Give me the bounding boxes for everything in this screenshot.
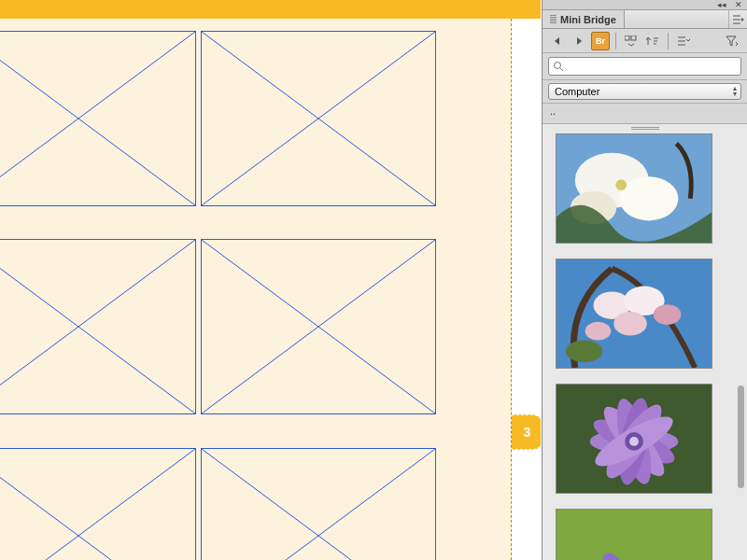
filter-button[interactable] (723, 32, 741, 50)
path-label: .. (550, 105, 556, 117)
thumbnail-area[interactable] (543, 124, 747, 560)
svg-point-25 (654, 304, 682, 325)
svg-point-14 (555, 63, 561, 69)
svg-line-0 (0, 32, 195, 205)
svg-point-18 (619, 176, 678, 220)
svg-point-37 (629, 437, 639, 446)
grip-icon (550, 15, 557, 24)
resize-grip[interactable] (543, 124, 747, 132)
search-row (543, 53, 747, 80)
svg-point-27 (566, 341, 603, 363)
svg-rect-12 (625, 35, 629, 40)
mini-bridge-toolbar: Br (543, 29, 747, 53)
page-top-band (0, 0, 541, 19)
toolbar-separator (668, 33, 669, 49)
panel-flyout-menu-button[interactable] (728, 10, 747, 28)
svg-point-24 (613, 312, 647, 336)
mini-bridge-panel: ◂◂ ✕ Mini Bridge Br (542, 0, 747, 560)
nav-back-button[interactable] (548, 32, 567, 50)
path-row[interactable]: .. (543, 104, 747, 124)
thumbnail-item[interactable] (556, 509, 712, 560)
dropdown-arrows-icon: ▴▾ (733, 86, 737, 97)
placeholder-frame[interactable] (0, 239, 196, 414)
svg-line-8 (0, 449, 195, 560)
scrollbar-thumb[interactable] (738, 385, 744, 488)
placeholder-frame[interactable] (201, 448, 436, 560)
page-number-label: 3 (524, 425, 531, 440)
svg-line-1 (0, 32, 195, 205)
svg-line-15 (560, 68, 563, 71)
page-background (0, 19, 512, 560)
list-options-button[interactable] (674, 32, 693, 50)
placeholder-frame[interactable] (0, 31, 196, 206)
thumbnail-item[interactable] (556, 133, 712, 244)
svg-line-4 (0, 240, 195, 413)
location-dropdown[interactable]: Computer ▴▾ (548, 83, 741, 100)
location-dropdown-value: Computer (555, 86, 599, 97)
open-bridge-button[interactable]: Br (591, 32, 610, 50)
placeholder-frame[interactable] (201, 239, 436, 414)
svg-line-10 (202, 449, 435, 560)
document-canvas[interactable]: 3 (0, 0, 541, 560)
close-icon[interactable]: ✕ (734, 1, 743, 8)
search-box[interactable] (548, 57, 741, 76)
svg-line-5 (0, 240, 195, 413)
search-input[interactable] (564, 61, 737, 72)
svg-line-11 (202, 449, 435, 560)
panel-tab-label: Mini Bridge (560, 14, 616, 25)
svg-point-26 (585, 322, 612, 341)
sort-button[interactable] (643, 32, 662, 50)
search-icon (553, 61, 564, 72)
panel-tab-mini-bridge[interactable]: Mini Bridge (543, 10, 625, 28)
nav-forward-button[interactable] (570, 32, 588, 50)
svg-rect-38 (557, 510, 712, 560)
collapse-icon[interactable]: ◂◂ (717, 1, 726, 8)
page-number-tab[interactable]: 3 (512, 414, 541, 450)
view-mode-button[interactable] (622, 32, 641, 50)
panel-tab-bar: Mini Bridge (543, 10, 747, 29)
thumbnail-list (556, 133, 728, 560)
svg-line-9 (0, 449, 195, 560)
placeholder-frame[interactable] (201, 31, 436, 206)
placeholder-frame[interactable] (0, 448, 196, 560)
toolbar-separator (615, 33, 616, 49)
svg-rect-13 (631, 35, 636, 40)
thumbnail-item[interactable] (556, 384, 712, 494)
thumbnail-item[interactable] (556, 259, 712, 369)
panel-window-controls: ◂◂ ✕ (543, 0, 747, 10)
svg-point-20 (615, 179, 627, 190)
